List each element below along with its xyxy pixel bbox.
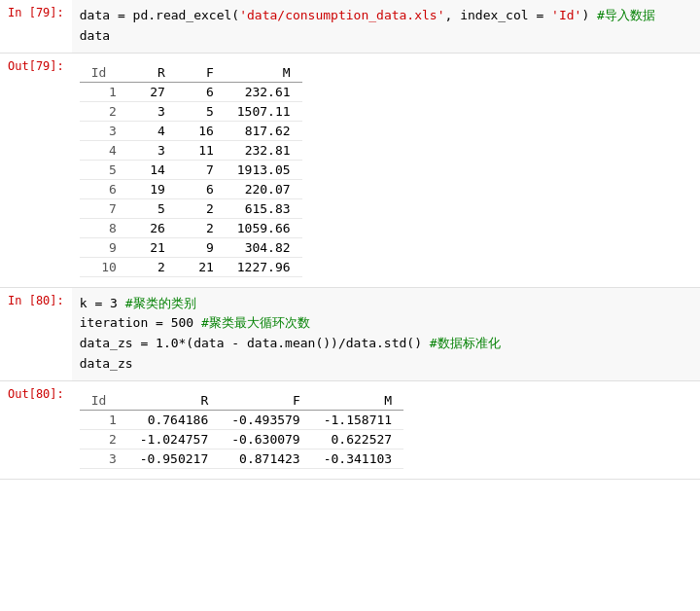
cell-F: 7 (177, 160, 226, 179)
cell-F: 9 (177, 237, 226, 257)
cell-M: 1059.66 (226, 218, 302, 237)
cell-F: 6 (177, 179, 226, 198)
code-comment-k: #聚类的类别 (125, 296, 196, 310)
table-row: 51471913.05 (80, 160, 302, 179)
cell-M: -1.158711 (312, 410, 403, 429)
row-id: 2 (80, 429, 128, 449)
cell-label-in79: In [79]: (0, 0, 72, 53)
col-F: F (177, 63, 226, 83)
cell-R: 27 (128, 82, 177, 101)
cell-M: 232.81 (226, 140, 302, 160)
table-row: 10.764186-0.493579-1.158711 (80, 410, 403, 429)
cell-R: 21 (128, 237, 177, 257)
code-comment-zs: #数据标准化 (430, 336, 501, 350)
table-row: 2351507.11 (80, 101, 302, 121)
col-M: M (226, 63, 302, 83)
dataframe-80: Id R F M 10.764186-0.493579-1.158711 2-1… (80, 391, 403, 469)
cell-R: -0.950217 (128, 449, 220, 468)
code-k: k = 3 (80, 296, 125, 310)
table-row: 3416817.62 (80, 121, 302, 140)
cell-F: -0.493579 (220, 410, 311, 429)
row-id: 4 (80, 140, 128, 160)
row-id: 9 (80, 237, 128, 257)
row-id: 5 (80, 160, 128, 179)
notebook-container: In [79]: data = pd.read_excel('data/cons… (0, 0, 700, 480)
table-row: 102211227.96 (80, 257, 302, 276)
cell-F: 6 (177, 82, 226, 101)
col-F-80: F (220, 391, 311, 411)
cell-R: 3 (128, 140, 177, 160)
cell-label-in80: In [80]: (0, 288, 72, 380)
cell-R: 5 (128, 198, 177, 218)
cell-output-80: Id R F M 10.764186-0.493579-1.158711 2-1… (72, 381, 700, 479)
cell-R: 3 (128, 101, 177, 121)
cell-in80: In [80]: k = 3 #聚类的类别 iteration = 500 #聚… (0, 288, 700, 381)
cell-M: 232.61 (226, 82, 302, 101)
row-id: 1 (80, 410, 128, 429)
code-line-iter: iteration = 500 #聚类最大循环次数 (80, 313, 692, 334)
cell-F: 21 (177, 257, 226, 276)
cell-M: -0.341103 (312, 449, 403, 468)
code-text-2: , index_col = (445, 8, 552, 22)
cell-F: -0.630079 (220, 429, 311, 449)
table-row: 1276232.61 (80, 82, 302, 101)
cell-label-out79: Out[79]: (0, 54, 72, 287)
index-col-header-80: Id (80, 391, 128, 411)
code-text-3: ) (581, 8, 597, 22)
cell-M: 304.82 (226, 237, 302, 257)
code-line-datazs: data_zs (80, 354, 692, 375)
code-data: data (80, 28, 110, 43)
code-comment-iter: #聚类最大循环次数 (201, 315, 310, 330)
cell-M: 615.83 (226, 198, 302, 218)
cell-M: 1913.05 (226, 160, 302, 179)
index-col-header: Id (80, 63, 128, 83)
col-R-80: R (128, 391, 220, 411)
code-text: data = pd.read_excel( (80, 8, 239, 22)
code-iter: iteration = 500 (80, 315, 201, 330)
cell-M: 817.62 (226, 121, 302, 140)
code-line-1: data = pd.read_excel('data/consumption_d… (80, 6, 692, 26)
cell-M: 0.622527 (312, 429, 403, 449)
table-row: 4311232.81 (80, 140, 302, 160)
row-id: 3 (80, 121, 128, 140)
cell-in79: In [79]: data = pd.read_excel('data/cons… (0, 0, 700, 54)
code-datazs: data_zs (80, 356, 133, 371)
code-string-2: 'Id' (551, 8, 581, 22)
cell-R: 2 (128, 257, 177, 276)
row-id: 3 (80, 449, 128, 468)
row-id: 10 (80, 257, 128, 276)
cell-out80: Out[80]: Id R F M 10.764186-0.493579-1.1… (0, 381, 700, 480)
cell-R: -1.024757 (128, 429, 220, 449)
col-M-80: M (312, 391, 403, 411)
row-id: 1 (80, 82, 128, 101)
cell-R: 4 (128, 121, 177, 140)
code-string-1: 'data/consumption_data.xls' (239, 8, 444, 22)
row-id: 8 (80, 218, 128, 237)
cell-F: 2 (177, 218, 226, 237)
cell-code-in80[interactable]: k = 3 #聚类的类别 iteration = 500 #聚类最大循环次数 d… (72, 288, 700, 380)
cell-M: 1507.11 (226, 101, 302, 121)
cell-output-79: Id R F M 1276232.61 2351507.11 3416817.6… (72, 54, 700, 287)
cell-F: 2 (177, 198, 226, 218)
table-row: 82621059.66 (80, 218, 302, 237)
cell-R: 0.764186 (128, 410, 220, 429)
table-row: 2-1.024757-0.6300790.622527 (80, 429, 403, 449)
table-row: 752615.83 (80, 198, 302, 218)
code-line-k: k = 3 #聚类的类别 (80, 294, 692, 314)
col-R: R (128, 63, 177, 83)
cell-R: 14 (128, 160, 177, 179)
table-row: 3-0.9502170.871423-0.341103 (80, 449, 403, 468)
cell-F: 11 (177, 140, 226, 160)
cell-code-in79[interactable]: data = pd.read_excel('data/consumption_d… (72, 0, 700, 53)
cell-out79: Out[79]: Id R F M 1276232.61 2351507.11 … (0, 54, 700, 288)
cell-F: 16 (177, 121, 226, 140)
row-id: 7 (80, 198, 128, 218)
code-comment-1: #导入数据 (597, 8, 655, 22)
table-row: 9219304.82 (80, 237, 302, 257)
cell-M: 1227.96 (226, 257, 302, 276)
cell-R: 26 (128, 218, 177, 237)
table-row: 6196220.07 (80, 179, 302, 198)
row-id: 6 (80, 179, 128, 198)
cell-F: 5 (177, 101, 226, 121)
code-zs: data_zs = 1.0*(data - data.mean())/data.… (80, 336, 430, 350)
